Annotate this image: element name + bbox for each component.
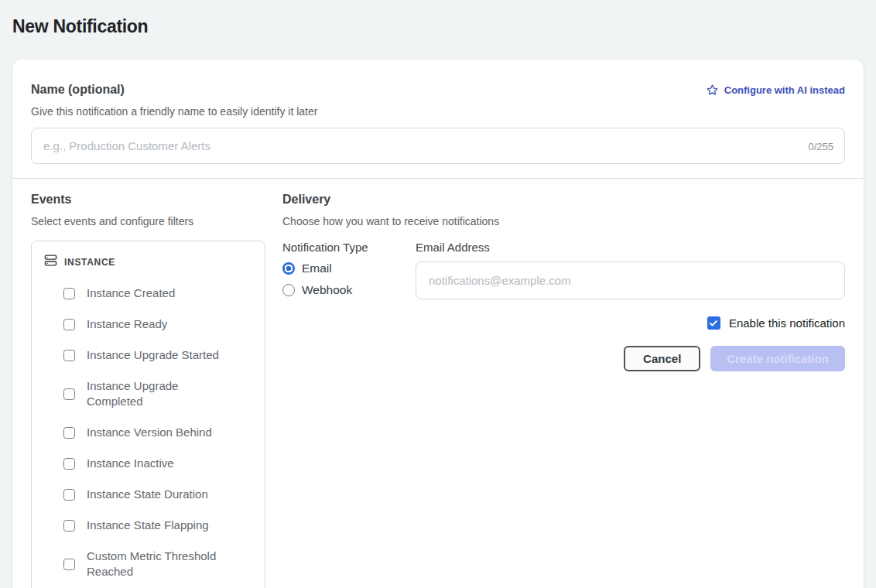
create-notification-button[interactable]: Create notification: [710, 346, 845, 371]
event-label[interactable]: Custom Metric Threshold Reached: [87, 549, 224, 579]
event-label[interactable]: Instance Created: [87, 285, 175, 301]
configure-with-ai-link[interactable]: Configure with AI instead: [706, 84, 845, 97]
cancel-button[interactable]: Cancel: [624, 346, 700, 371]
event-item-instance-state-flapping: Instance State Flapping: [63, 518, 252, 533]
email-radio[interactable]: [282, 262, 295, 275]
radio-option-webhook[interactable]: Webhook: [282, 283, 403, 297]
events-list-box: INSTANCE Instance Created Instance Ready…: [31, 241, 265, 588]
email-radio-label[interactable]: Email: [302, 262, 332, 275]
events-section: Events Select events and configure filte…: [31, 193, 265, 588]
email-address-label: Email Address: [416, 241, 845, 254]
notification-type-label: Notification Type: [282, 241, 403, 254]
event-checkbox[interactable]: [63, 520, 75, 532]
event-label[interactable]: Instance Upgrade Started: [87, 347, 219, 363]
enable-notification-label[interactable]: Enable this notification: [729, 316, 845, 330]
name-section-title: Name (optional): [31, 83, 125, 97]
notification-name-input[interactable]: [31, 128, 845, 164]
events-description: Select events and configure filters: [31, 215, 265, 227]
event-label[interactable]: Instance Inactive: [87, 456, 174, 471]
delivery-description: Choose how you want to receive notificat…: [282, 215, 845, 227]
enable-notification-row: Enable this notification: [282, 316, 845, 330]
name-section-description: Give this notification a friendly name t…: [31, 105, 845, 118]
new-notification-form-card: Name (optional) Configure with AI instea…: [12, 60, 864, 588]
webhook-radio[interactable]: [282, 284, 295, 296]
event-checkbox[interactable]: [63, 388, 75, 400]
event-group-instance: INSTANCE: [44, 254, 252, 270]
page-title: New Notification: [12, 16, 864, 37]
star-icon: [706, 84, 719, 97]
event-checkbox[interactable]: [63, 350, 75, 361]
event-label[interactable]: Instance Upgrade Completed: [87, 378, 224, 409]
event-checkbox[interactable]: [63, 458, 75, 470]
events-title: Events: [31, 193, 265, 207]
event-checkbox[interactable]: [63, 319, 75, 330]
event-item-custom-metric-threshold: Custom Metric Threshold Reached: [63, 549, 252, 579]
event-item-instance-inactive: Instance Inactive: [63, 456, 252, 471]
event-label[interactable]: Instance State Flapping: [87, 518, 209, 533]
email-address-input[interactable]: [416, 262, 845, 299]
event-checkbox[interactable]: [63, 427, 75, 439]
event-item-instance-ready: Instance Ready: [63, 316, 252, 332]
event-item-instance-state-duration: Instance State Duration: [63, 487, 252, 502]
event-checkbox[interactable]: [63, 288, 75, 299]
event-item-instance-upgrade-started: Instance Upgrade Started: [63, 347, 252, 363]
event-item-instance-upgrade-completed: Instance Upgrade Completed: [63, 378, 252, 409]
radio-option-email[interactable]: Email: [282, 262, 403, 275]
configure-with-ai-label: Configure with AI instead: [724, 84, 845, 96]
server-icon: [44, 254, 57, 270]
event-checkbox[interactable]: [63, 559, 75, 570]
delivery-section: Delivery Choose how you want to receive …: [282, 193, 845, 588]
webhook-radio-label[interactable]: Webhook: [302, 283, 352, 297]
event-label[interactable]: Instance Ready: [87, 316, 167, 332]
name-section: Name (optional) Configure with AI instea…: [12, 60, 864, 178]
char-counter: 0/255: [808, 140, 833, 152]
event-item-instance-created: Instance Created: [63, 285, 252, 301]
enable-notification-checkbox[interactable]: [707, 316, 720, 330]
event-label[interactable]: Instance Version Behind: [87, 425, 212, 440]
event-item-instance-version-behind: Instance Version Behind: [63, 425, 252, 440]
event-label[interactable]: Instance State Duration: [87, 487, 208, 502]
event-group-label: INSTANCE: [64, 257, 115, 268]
delivery-title: Delivery: [282, 193, 845, 207]
event-checkbox[interactable]: [63, 489, 75, 501]
